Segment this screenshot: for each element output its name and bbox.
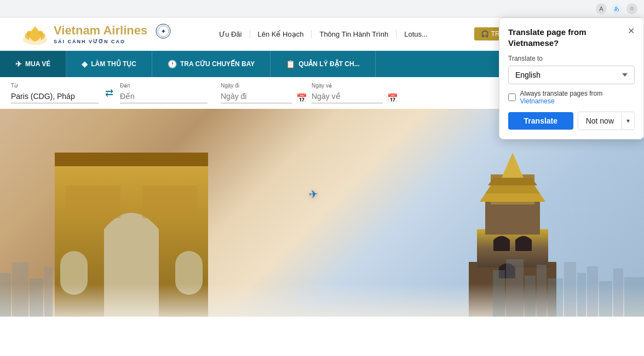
browser-chrome: A あ ☆ bbox=[0, 0, 644, 17]
tab-lam-thu-tuc[interactable]: ◈ LÀM THỦ TỤC bbox=[66, 51, 152, 77]
svg-rect-28 bbox=[577, 273, 586, 317]
svg-rect-32 bbox=[624, 277, 644, 317]
to-label: Đến bbox=[120, 83, 208, 89]
tab-mua-ve-label: MUA VÉ bbox=[25, 60, 50, 68]
date-to-input[interactable] bbox=[312, 90, 383, 103]
to-input[interactable] bbox=[120, 90, 208, 103]
svg-text:✦: ✦ bbox=[161, 28, 166, 34]
logo-name: Vietnam Airlines ✦ bbox=[54, 24, 173, 39]
svg-rect-26 bbox=[548, 278, 563, 317]
date-from-field: Ngày đi bbox=[221, 83, 292, 103]
date-to-field: Ngày về bbox=[312, 83, 383, 103]
calendar-icon-from: 📅 bbox=[296, 93, 307, 103]
translate-popup: Translate page from Vietnamese? ✕ Transl… bbox=[499, 17, 644, 139]
plane-icon: ✈ bbox=[15, 60, 22, 68]
header-nav: Ưu Đãi Lên Kế Hoạch Thông Tin Hành Trình… bbox=[211, 30, 435, 38]
hero-section: ✈ bbox=[0, 109, 644, 317]
svg-rect-19 bbox=[12, 262, 28, 317]
hero-background: ✈ bbox=[0, 109, 644, 317]
nav-hanh-trinh[interactable]: Thông Tin Hành Trình bbox=[312, 30, 396, 38]
svg-rect-27 bbox=[564, 262, 576, 317]
always-translate-label: Always translate pages from Vietnamese bbox=[520, 90, 635, 105]
svg-rect-22 bbox=[493, 270, 505, 317]
svg-rect-9 bbox=[142, 185, 197, 218]
svg-rect-25 bbox=[537, 265, 547, 317]
svg-rect-20 bbox=[30, 278, 43, 317]
nav-uu-dai[interactable]: Ưu Đãi bbox=[211, 30, 250, 38]
bookmark-icon[interactable]: ☆ bbox=[626, 3, 637, 14]
not-now-wrapper: Not now ▾ bbox=[578, 112, 635, 130]
translate-to-label: Translate to bbox=[508, 55, 635, 62]
svg-rect-18 bbox=[0, 273, 11, 317]
date-from-input[interactable] bbox=[221, 90, 292, 103]
translate-button[interactable]: Translate bbox=[508, 112, 573, 130]
from-field: Từ bbox=[11, 83, 99, 103]
popup-close-button[interactable]: ✕ bbox=[628, 27, 635, 36]
lotus-logo-icon bbox=[22, 22, 48, 46]
not-now-chevron-button[interactable]: ▾ bbox=[622, 113, 634, 129]
calendar-icon-to: 📅 bbox=[387, 93, 398, 103]
svg-marker-16 bbox=[488, 178, 537, 185]
svg-rect-21 bbox=[44, 267, 53, 317]
date-from-label: Ngày đi bbox=[221, 83, 292, 89]
language-select[interactable]: English French Spanish German bbox=[508, 66, 635, 84]
nav-lotus[interactable]: Lotus... bbox=[396, 30, 435, 38]
checkin-icon: ◈ bbox=[82, 60, 88, 68]
translate-browser-icon[interactable]: あ bbox=[611, 3, 622, 14]
logo-area: Vietnam Airlines ✦ SÁI CÁNH VƯƠN CAO bbox=[22, 22, 173, 46]
chevron-down-icon: ▾ bbox=[626, 117, 630, 125]
svg-rect-8 bbox=[66, 185, 120, 218]
airplane: ✈ bbox=[308, 188, 319, 201]
svg-rect-29 bbox=[587, 266, 598, 317]
svg-rect-12 bbox=[485, 202, 540, 235]
swap-button[interactable]: ⇄ bbox=[103, 85, 116, 101]
svg-marker-14 bbox=[480, 194, 545, 202]
svg-rect-5 bbox=[55, 153, 208, 166]
tab-lam-thu-tuc-label: LÀM THỦ TỤC bbox=[91, 60, 136, 68]
logo-text: Vietnam Airlines ✦ SÁI CÁNH VƯƠN CAO bbox=[54, 24, 173, 44]
font-size-icon[interactable]: A bbox=[596, 3, 607, 14]
clock-icon: 🕐 bbox=[168, 60, 177, 68]
svg-marker-17 bbox=[502, 153, 524, 178]
svg-rect-30 bbox=[599, 281, 612, 317]
logo-tagline: SÁI CÁNH VƯƠN CAO bbox=[54, 39, 173, 44]
tab-tra-cuu-label: TRA CỨU CHUYẾN BAY bbox=[180, 60, 255, 68]
svg-marker-15 bbox=[485, 185, 540, 194]
headset-icon: 🎧 bbox=[481, 30, 489, 38]
tab-tra-cuu[interactable]: 🕐 TRA CỨU CHUYẾN BAY bbox=[152, 51, 271, 77]
city-skyline bbox=[0, 251, 644, 317]
always-translate-row: Always translate pages from Vietnamese bbox=[508, 90, 635, 105]
tab-quan-ly[interactable]: 📋 QUẢN LÝ ĐẶT CH... bbox=[271, 51, 375, 77]
vietnamese-link[interactable]: Vietnamese bbox=[520, 97, 555, 105]
not-now-button[interactable]: Not now bbox=[578, 112, 622, 130]
tab-mua-ve[interactable]: ✈ MUA VÉ bbox=[0, 51, 66, 77]
to-field: Đến bbox=[120, 83, 208, 103]
clipboard-icon: 📋 bbox=[286, 60, 295, 68]
nav-ke-hoach[interactable]: Lên Kế Hoạch bbox=[250, 30, 312, 38]
tab-quan-ly-label: QUẢN LÝ ĐẶT CH... bbox=[298, 60, 359, 68]
from-input[interactable] bbox=[11, 90, 99, 103]
svg-rect-23 bbox=[506, 259, 524, 317]
date-to-label: Ngày về bbox=[312, 83, 383, 89]
popup-header: Translate page from Vietnamese? ✕ bbox=[508, 27, 635, 48]
from-label: Từ bbox=[11, 83, 99, 89]
always-translate-checkbox[interactable] bbox=[508, 94, 516, 101]
popup-actions: Translate Not now ▾ bbox=[508, 112, 635, 130]
svg-rect-24 bbox=[525, 276, 536, 317]
popup-title: Translate page from Vietnamese? bbox=[508, 27, 623, 48]
svg-rect-31 bbox=[613, 269, 623, 317]
